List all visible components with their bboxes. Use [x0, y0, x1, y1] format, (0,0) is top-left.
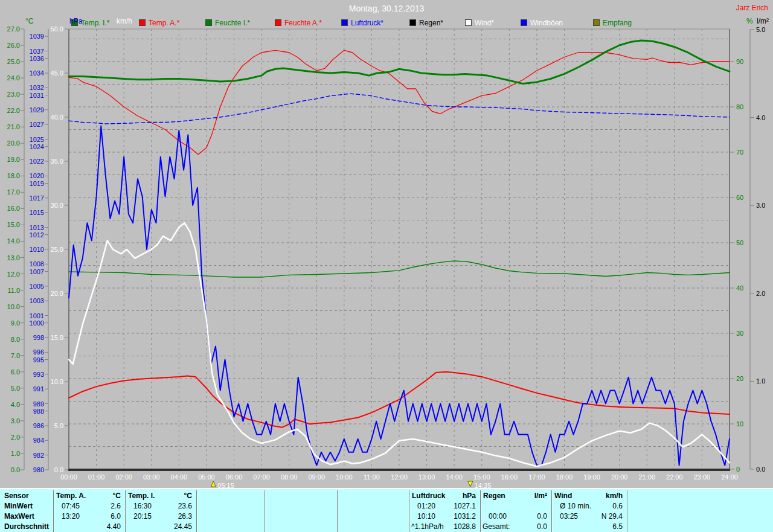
svg-text:1017: 1017 — [30, 194, 44, 202]
table-divider — [53, 490, 54, 532]
svg-text:4.0: 4.0 — [11, 401, 20, 408]
svg-text:1.0: 1.0 — [756, 377, 765, 385]
avg-value: 6.5 — [612, 522, 627, 532]
svg-text:06:00: 06:00 — [226, 473, 243, 481]
svg-text:986: 986 — [33, 422, 44, 429]
table-divider — [125, 490, 126, 532]
svg-text:35.0: 35.0 — [51, 158, 63, 165]
svg-text:993: 993 — [33, 371, 44, 378]
svg-text:988: 988 — [33, 408, 44, 415]
svg-text:989: 989 — [33, 400, 44, 408]
max-time: 10:10 — [409, 511, 435, 522]
svg-text:995: 995 — [33, 356, 44, 364]
svg-text:22.0: 22.0 — [7, 107, 20, 114]
svg-text:12.0: 12.0 — [7, 271, 20, 278]
svg-text:1.0: 1.0 — [11, 450, 20, 457]
svg-text:10.0: 10.0 — [51, 378, 63, 385]
max-time: 00:00 — [480, 511, 507, 522]
svg-text:10: 10 — [736, 420, 743, 428]
svg-text:16.0: 16.0 — [7, 205, 20, 212]
svg-text:5.0: 5.0 — [54, 422, 63, 429]
svg-text:1029: 1029 — [30, 106, 44, 114]
section-name: Regen — [480, 491, 505, 501]
avg-value: 0.0 — [537, 522, 551, 532]
svg-text:6.0: 6.0 — [11, 368, 20, 376]
max-value: 6.0 — [111, 511, 125, 522]
svg-text:1000: 1000 — [30, 319, 44, 327]
svg-text:1012: 1012 — [30, 231, 44, 239]
svg-text:5.0: 5.0 — [756, 26, 765, 33]
table-section-temp-i: Temp. I.°C 16:3023.6 20:1526.3 24.45 — [125, 491, 196, 532]
svg-text:1015: 1015 — [30, 209, 44, 216]
svg-text:80: 80 — [736, 103, 743, 111]
svg-text:0.0: 0.0 — [11, 466, 20, 473]
svg-text:40: 40 — [736, 284, 743, 292]
svg-text:5.0: 5.0 — [11, 385, 20, 392]
svg-text:1008: 1008 — [30, 260, 44, 268]
svg-text:40.0: 40.0 — [51, 114, 63, 121]
svg-text:15:00: 15:00 — [473, 473, 490, 481]
svg-text:03:00: 03:00 — [143, 473, 160, 481]
svg-text:1020: 1020 — [30, 172, 44, 179]
svg-text:19:00: 19:00 — [583, 473, 600, 481]
svg-text:7.0: 7.0 — [11, 352, 20, 359]
table-row-labels: Sensor MinWert MaxWert Durchschnitt — [0, 491, 53, 532]
svg-text:50.0: 50.0 — [51, 25, 63, 33]
svg-text:23.0: 23.0 — [7, 91, 20, 98]
section-unit: hPa — [463, 491, 480, 501]
table-divider — [196, 490, 197, 532]
svg-text:1022: 1022 — [30, 158, 44, 165]
svg-text:24.0: 24.0 — [7, 74, 20, 82]
svg-text:60: 60 — [736, 194, 743, 201]
section-name: Wind — [551, 491, 572, 501]
svg-text:25.0: 25.0 — [51, 246, 63, 253]
svg-text:996: 996 — [33, 348, 44, 356]
svg-text:1032: 1032 — [30, 84, 44, 91]
max-value: 1031.2 — [454, 511, 480, 522]
table-section-wind: Windkm/h Ø 10 min.0.6 03:25N 29.4 6.5 — [551, 491, 627, 532]
svg-text:05:00: 05:00 — [198, 473, 215, 481]
row-label-durchschnitt: Durchschnitt — [0, 522, 53, 532]
min-time — [480, 501, 489, 511]
row-label-sensor: Sensor — [0, 491, 53, 501]
svg-text:13:00: 13:00 — [419, 473, 435, 481]
svg-text:20: 20 — [736, 375, 743, 382]
min-value: 1027.1 — [454, 501, 480, 511]
svg-text:980: 980 — [33, 466, 44, 473]
svg-text:0.0: 0.0 — [54, 466, 63, 473]
table-divider — [627, 490, 627, 532]
svg-text:30.0: 30.0 — [51, 202, 63, 209]
svg-text:25.0: 25.0 — [7, 58, 20, 65]
svg-text:22:00: 22:00 — [666, 473, 683, 481]
svg-text:24:00: 24:00 — [721, 473, 738, 481]
row-label-maxwert: MaxWert — [0, 511, 53, 522]
svg-text:90: 90 — [736, 58, 743, 65]
svg-text:9.0: 9.0 — [11, 319, 20, 327]
arrow-up-icon — [211, 481, 216, 487]
min-time: 01:20 — [409, 501, 435, 511]
svg-text:1010: 1010 — [30, 246, 44, 253]
svg-text:18.0: 18.0 — [7, 172, 20, 179]
avg-value: 4.40 — [107, 522, 125, 532]
min-time: 07:45 — [53, 501, 80, 511]
series-temp-i- — [69, 40, 730, 84]
row-label-minwert: MinWert — [0, 501, 53, 511]
svg-text:19.0: 19.0 — [7, 156, 20, 163]
svg-text:08:00: 08:00 — [281, 473, 298, 481]
svg-text:09:00: 09:00 — [308, 473, 325, 481]
svg-text:14.0: 14.0 — [7, 237, 20, 245]
x-axis-labels: 00:0001:0002:0003:0004:0005:0006:0007:00… — [60, 473, 738, 481]
svg-text:1005: 1005 — [30, 283, 44, 290]
table-divider — [337, 490, 338, 532]
arrow-down-icon — [468, 481, 473, 487]
svg-text:30: 30 — [736, 330, 743, 337]
svg-text:11.0: 11.0 — [7, 287, 20, 294]
svg-text:998: 998 — [33, 334, 44, 341]
svg-text:1001: 1001 — [30, 312, 44, 319]
table-section-luftdruck: LuftdruckhPa 01:201027.1 10:101031.2 ^1.… — [409, 491, 480, 532]
svg-text:0.0: 0.0 — [756, 466, 765, 473]
svg-text:20.0: 20.0 — [51, 290, 63, 297]
max-time: 20:15 — [125, 511, 152, 522]
section-name: Temp. I. — [125, 491, 155, 501]
svg-text:00:00: 00:00 — [60, 473, 77, 481]
